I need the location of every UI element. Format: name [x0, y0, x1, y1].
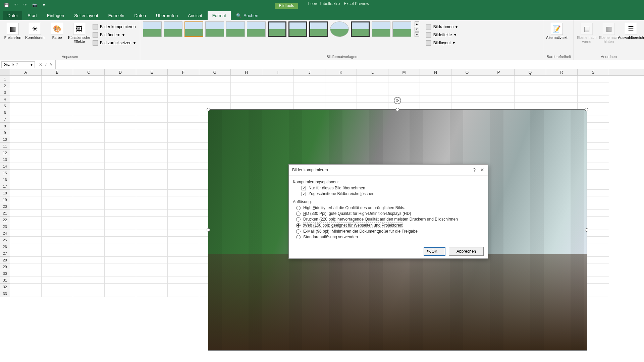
redo-icon[interactable]: ↷: [22, 2, 28, 8]
cell[interactable]: [168, 176, 199, 183]
row-header[interactable]: 13: [0, 156, 10, 163]
resolution-web-radio[interactable]: Web (150 ppi): geeignet für Webseiten un…: [296, 223, 484, 228]
cell[interactable]: [73, 290, 105, 297]
row-header[interactable]: 29: [0, 263, 10, 270]
cell[interactable]: [73, 277, 105, 284]
cell[interactable]: [73, 149, 105, 156]
cell[interactable]: [168, 123, 199, 129]
cell[interactable]: [10, 103, 42, 109]
tab-data[interactable]: Daten: [129, 11, 151, 20]
cell[interactable]: [105, 183, 136, 190]
cell[interactable]: [136, 250, 168, 257]
cell[interactable]: [73, 96, 105, 103]
cell[interactable]: [73, 82, 105, 89]
compress-pictures-button[interactable]: Bilder komprimieren: [91, 23, 137, 30]
help-icon[interactable]: ?: [473, 167, 476, 173]
cell[interactable]: [10, 196, 42, 203]
cell[interactable]: [73, 116, 105, 123]
cell[interactable]: [420, 82, 451, 89]
cell[interactable]: [168, 237, 199, 243]
cell[interactable]: [10, 257, 42, 263]
cell[interactable]: [42, 250, 73, 257]
cell[interactable]: [10, 183, 42, 190]
cell[interactable]: [294, 82, 325, 89]
cell[interactable]: [42, 190, 73, 196]
cell[interactable]: [105, 230, 136, 237]
row-header[interactable]: 18: [0, 190, 10, 196]
cell[interactable]: [136, 203, 168, 210]
row-header[interactable]: 17: [0, 183, 10, 190]
row-header[interactable]: 6: [0, 109, 10, 116]
cell[interactable]: [136, 284, 168, 290]
cell[interactable]: [42, 237, 73, 243]
qat-dropdown-icon[interactable]: ▾: [41, 2, 47, 8]
cell[interactable]: [168, 210, 199, 217]
row-header[interactable]: 27: [0, 250, 10, 257]
resolution-hd-radio[interactable]: HD (330 Ppi): gute Qualität für High-Def…: [296, 211, 484, 216]
cell[interactable]: [73, 203, 105, 210]
cell[interactable]: [42, 123, 73, 129]
cell[interactable]: [168, 223, 199, 230]
cell[interactable]: [73, 163, 105, 170]
cell[interactable]: [231, 76, 262, 82]
cell[interactable]: [105, 149, 136, 156]
cell[interactable]: [325, 103, 357, 109]
close-icon[interactable]: ✕: [480, 167, 484, 173]
row-header[interactable]: 28: [0, 257, 10, 263]
cell[interactable]: [105, 116, 136, 123]
cell[interactable]: [42, 143, 73, 149]
cell[interactable]: [73, 284, 105, 290]
cell[interactable]: [136, 103, 168, 109]
cell[interactable]: [168, 116, 199, 123]
cell[interactable]: [168, 143, 199, 149]
style-item-7[interactable]: [268, 21, 286, 37]
cell[interactable]: [199, 103, 231, 109]
cell[interactable]: [168, 257, 199, 263]
row-header[interactable]: 1: [0, 76, 10, 82]
row-header[interactable]: 19: [0, 196, 10, 203]
cell[interactable]: [105, 284, 136, 290]
col-header[interactable]: H: [231, 69, 262, 75]
cell[interactable]: [262, 89, 294, 96]
resize-handle-n[interactable]: [396, 108, 399, 111]
gallery-more-icon[interactable]: ▾: [415, 32, 419, 37]
cell[interactable]: [42, 156, 73, 163]
cell[interactable]: [42, 129, 73, 136]
cell[interactable]: [42, 210, 73, 217]
select-all-corner[interactable]: [0, 69, 10, 75]
row-header[interactable]: 32: [0, 284, 10, 290]
cell[interactable]: [294, 89, 325, 96]
cell[interactable]: [42, 109, 73, 116]
cell[interactable]: [546, 76, 578, 82]
row-header[interactable]: 31: [0, 277, 10, 284]
tab-insert[interactable]: Einfügen: [42, 11, 69, 20]
cell[interactable]: [73, 210, 105, 217]
cell[interactable]: [73, 217, 105, 223]
style-item-8[interactable]: [288, 21, 307, 37]
cell[interactable]: [136, 217, 168, 223]
cell[interactable]: [325, 89, 357, 96]
cell[interactable]: [105, 82, 136, 89]
alt-text-button[interactable]: 📝 Alternativtext: [547, 21, 567, 40]
cell[interactable]: [388, 82, 420, 89]
col-header[interactable]: K: [325, 69, 357, 75]
cell[interactable]: [483, 103, 515, 109]
cell[interactable]: [546, 82, 578, 89]
cell[interactable]: [10, 129, 42, 136]
cell[interactable]: [42, 243, 73, 250]
cell[interactable]: [546, 103, 578, 109]
cell[interactable]: [42, 183, 73, 190]
cell[interactable]: [168, 243, 199, 250]
cell[interactable]: [168, 284, 199, 290]
col-header[interactable]: D: [105, 69, 136, 75]
cell[interactable]: [420, 96, 451, 103]
cell[interactable]: [168, 82, 199, 89]
cell[interactable]: [42, 82, 73, 89]
col-header[interactable]: N: [420, 69, 451, 75]
style-item-12[interactable]: [372, 21, 390, 37]
cell[interactable]: [136, 149, 168, 156]
cell[interactable]: [168, 270, 199, 277]
cell[interactable]: [357, 89, 388, 96]
remove-background-button[interactable]: ▦ Freistellen: [3, 21, 23, 40]
cell[interactable]: [105, 156, 136, 163]
